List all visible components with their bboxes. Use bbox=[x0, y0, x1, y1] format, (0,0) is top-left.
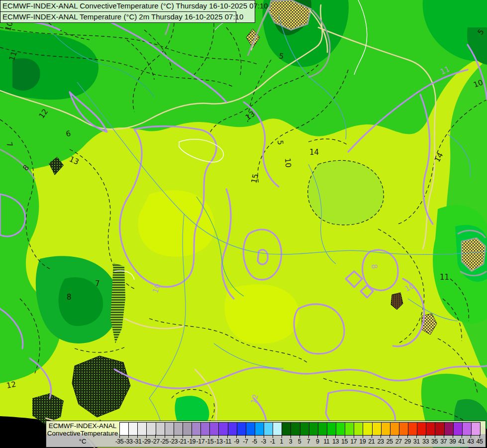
legend-cell bbox=[463, 423, 472, 435]
legend-tick bbox=[155, 435, 156, 438]
legend-tick bbox=[335, 435, 336, 438]
legend-cell bbox=[237, 423, 246, 435]
legend-tick bbox=[435, 435, 435, 438]
legend-tick bbox=[264, 435, 264, 438]
legend-parameter-name: ConvectiveTemperature bbox=[46, 430, 119, 437]
legend-cell bbox=[454, 423, 463, 435]
legend-cell bbox=[445, 423, 454, 435]
legend-tick bbox=[192, 435, 192, 438]
legend-tick bbox=[453, 435, 453, 438]
contour-value-label: 8 bbox=[370, 264, 379, 269]
legend-tick bbox=[462, 435, 462, 438]
legend-tick bbox=[390, 435, 390, 438]
legend-cell bbox=[138, 423, 147, 435]
legend-colorbar bbox=[119, 422, 481, 436]
legend-tick bbox=[245, 435, 246, 438]
legend-tick bbox=[354, 435, 354, 438]
legend-tick bbox=[255, 435, 255, 438]
legend-cell bbox=[129, 423, 138, 435]
legend-cell bbox=[147, 423, 156, 435]
legend-cell bbox=[472, 423, 480, 435]
legend-cell bbox=[156, 423, 165, 435]
legend-cell bbox=[426, 423, 435, 435]
legend-cell bbox=[264, 423, 273, 435]
legend-cell bbox=[354, 423, 363, 435]
legend-tick bbox=[416, 435, 417, 438]
legend-tick bbox=[326, 435, 327, 438]
contour-value-label: 11 bbox=[440, 273, 449, 282]
legend-cell bbox=[300, 423, 309, 435]
legend-cell bbox=[363, 423, 372, 435]
map-canvas: 1011955127913813141551014101178131211810… bbox=[0, 0, 487, 448]
contour-value-label: 5 bbox=[276, 140, 285, 145]
legend-tick bbox=[227, 435, 228, 438]
legend-tick bbox=[128, 435, 129, 438]
legend-tick bbox=[425, 435, 426, 438]
legend-cell bbox=[210, 423, 219, 435]
legend-tick bbox=[398, 435, 399, 438]
legend-labels: ECMWF-INDEX-ANAL ConvectiveTemperature °… bbox=[46, 421, 119, 447]
legend-cell bbox=[382, 423, 390, 435]
legend-cell bbox=[192, 423, 201, 435]
legend-tick bbox=[137, 435, 138, 438]
legend-tick bbox=[308, 435, 309, 438]
legend-tick bbox=[345, 435, 345, 438]
contour-value-label: 14 bbox=[309, 148, 319, 157]
legend-cell bbox=[165, 423, 174, 435]
legend-tick bbox=[317, 435, 318, 438]
legend-tick bbox=[236, 435, 237, 438]
legend-unit: °C bbox=[46, 437, 119, 446]
legend-tick bbox=[282, 435, 282, 438]
legend-cell bbox=[219, 423, 228, 435]
legend-cell bbox=[327, 423, 336, 435]
legend-tick bbox=[209, 435, 210, 438]
contour-value-label: 10 bbox=[283, 158, 293, 168]
legend-tick-label: 45 bbox=[471, 438, 487, 445]
contour-value-label: 8 bbox=[67, 293, 72, 302]
legend-cell bbox=[201, 423, 210, 435]
legend-cell bbox=[336, 423, 345, 435]
legend-panel: ECMWF-INDEX-ANAL ConvectiveTemperature °… bbox=[46, 421, 486, 448]
legend-cell bbox=[399, 423, 408, 435]
legend-tick bbox=[381, 435, 381, 438]
legend-tick bbox=[174, 435, 174, 438]
legend-tick bbox=[119, 435, 120, 438]
title-box: ECMWF-INDEX-ANAL ConvectiveTemperature (… bbox=[0, 0, 255, 23]
legend-cell bbox=[291, 423, 300, 435]
legend-cell bbox=[183, 423, 192, 435]
legend-model-name: ECMWF-INDEX-ANAL bbox=[46, 422, 119, 430]
legend-cell bbox=[390, 423, 399, 435]
legend-tick bbox=[291, 435, 291, 438]
title-line-1: ECMWF-INDEX-ANAL ConvectiveTemperature (… bbox=[0, 0, 255, 11]
legend-tick bbox=[218, 435, 219, 438]
contour-value-label: 12 bbox=[6, 380, 17, 390]
legend-cell bbox=[273, 423, 282, 435]
legend-cell bbox=[246, 423, 255, 435]
legend-tick-labels: -35-33-31-29-27-25-23-21-19-17-15-13-11-… bbox=[119, 435, 481, 447]
legend-tick bbox=[183, 435, 183, 438]
legend-cell bbox=[417, 423, 426, 435]
legend-cell bbox=[345, 423, 354, 435]
legend-cell bbox=[228, 423, 237, 435]
legend-cell bbox=[309, 423, 318, 435]
legend-tick bbox=[299, 435, 300, 438]
legend-cell bbox=[282, 423, 291, 435]
legend-tick bbox=[480, 435, 480, 438]
legend-tick bbox=[372, 435, 372, 438]
legend-cell bbox=[120, 423, 129, 435]
legend-tick bbox=[273, 435, 273, 438]
legend-tick bbox=[363, 435, 363, 438]
legend-tick bbox=[407, 435, 408, 438]
weather-map-app: 1011955127913813141551014101178131211810… bbox=[0, 0, 487, 448]
legend-cell bbox=[408, 423, 417, 435]
title-line-2: ECMWF-INDEX-ANAL Temperature (°C) 2m Thu… bbox=[0, 11, 255, 22]
legend-tick bbox=[165, 435, 165, 438]
contour-value-label: 7 bbox=[95, 279, 100, 288]
legend-cell bbox=[435, 423, 444, 435]
legend-cell bbox=[255, 423, 264, 435]
legend-cell bbox=[174, 423, 183, 435]
legend-tick bbox=[146, 435, 147, 438]
legend-tick bbox=[444, 435, 444, 438]
legend-cell bbox=[318, 423, 327, 435]
legend-tick bbox=[471, 435, 471, 438]
